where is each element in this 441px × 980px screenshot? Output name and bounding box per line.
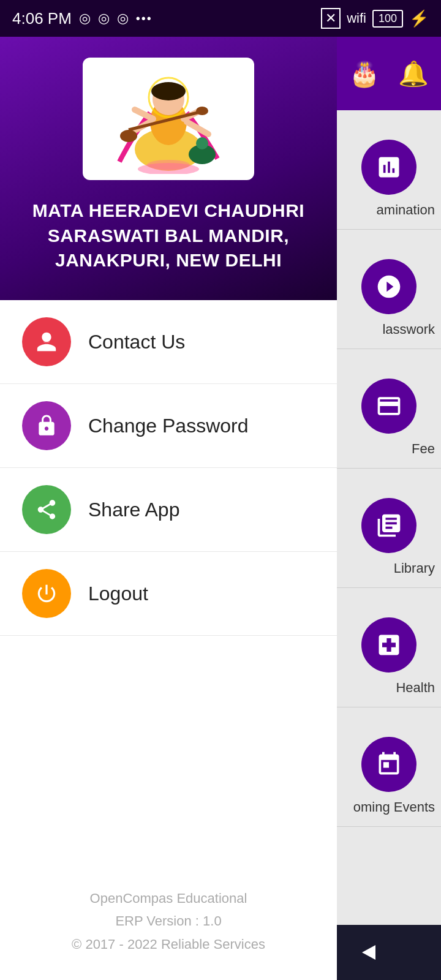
- contact-us-label: Contact Us: [88, 331, 185, 353]
- power-icon: [35, 582, 58, 605]
- footer-line2: ERP Version : 1.0: [12, 910, 325, 932]
- school-name: MATA HEERADEVI CHAUDHRI SARASWATI BAL MA…: [18, 198, 318, 273]
- svg-point-3: [151, 82, 186, 100]
- main-layout: MATA HEERADEVI CHAUDHRI SARASWATI BAL MA…: [0, 37, 441, 980]
- logout-label: Logout: [88, 582, 148, 605]
- library-grid-item[interactable]: Library: [337, 469, 441, 588]
- footer-line3: © 2017 - 2022 Reliable Services: [12, 933, 325, 956]
- signal-icon-2: ◎: [98, 10, 110, 26]
- share-app-item[interactable]: Share App: [0, 468, 337, 552]
- drawer-menu: Contact Us Change Password Share A: [0, 300, 337, 862]
- svg-marker-20: [362, 945, 375, 960]
- calendar-icon: [375, 751, 402, 778]
- svg-point-13: [196, 137, 208, 149]
- logout-item[interactable]: Logout: [0, 552, 337, 636]
- contact-icon: [35, 330, 58, 353]
- status-bar: 4:06 PM ◎ ◎ ◎ ••• ✕ wifi 100 ⚡: [0, 0, 441, 37]
- fee-icon: [375, 393, 402, 420]
- share-icon: [35, 498, 58, 521]
- charging-icon: ⚡: [409, 9, 429, 28]
- footer-line1: OpenCompas Educational: [12, 887, 325, 910]
- health-label: Health: [337, 680, 441, 696]
- status-left: 4:06 PM ◎ ◎ ◎ •••: [12, 9, 153, 28]
- fee-circle: [361, 379, 417, 434]
- svg-point-9: [120, 130, 137, 142]
- drawer-footer: OpenCompas Educational ERP Version : 1.0…: [0, 862, 337, 980]
- main-panel: 🎂 🔔 amination las: [337, 37, 441, 980]
- classwork-circle: [361, 259, 417, 314]
- signal-icon-1: ◎: [79, 10, 91, 26]
- library-circle: [361, 498, 417, 553]
- examination-label: amination: [337, 202, 441, 218]
- more-icon: •••: [136, 12, 153, 26]
- classwork-icon: [375, 273, 402, 300]
- saraswati-illustration: [95, 64, 242, 174]
- notification-icon[interactable]: 🔔: [398, 59, 429, 88]
- svg-point-11: [196, 107, 208, 115]
- library-icon: [375, 512, 402, 539]
- fee-grid-item[interactable]: Fee: [337, 349, 441, 469]
- signal-icon-3: ◎: [117, 10, 129, 26]
- status-right: ✕ wifi 100 ⚡: [321, 8, 429, 29]
- fee-label: Fee: [337, 441, 441, 457]
- school-logo: [83, 58, 254, 180]
- svg-rect-16: [43, 335, 50, 343]
- lock-icon: [35, 414, 58, 437]
- health-grid-item[interactable]: Health: [337, 588, 441, 707]
- classwork-label: lasswork: [337, 322, 441, 337]
- svg-point-15: [147, 160, 190, 170]
- back-button[interactable]: [357, 941, 379, 963]
- logout-icon-circle: [22, 569, 71, 618]
- share-icon-circle: [22, 485, 71, 534]
- drawer-panel: MATA HEERADEVI CHAUDHRI SARASWATI BAL MA…: [0, 37, 337, 980]
- right-header: 🎂 🔔: [337, 37, 441, 110]
- classwork-grid-item[interactable]: lasswork: [337, 230, 441, 349]
- contact-icon-circle: [22, 317, 71, 366]
- examination-circle: [361, 140, 417, 195]
- drawer-header: MATA HEERADEVI CHAUDHRI SARASWATI BAL MA…: [0, 37, 337, 300]
- change-password-label: Change Password: [88, 415, 248, 437]
- change-password-item[interactable]: Change Password: [0, 384, 337, 468]
- library-label: Library: [337, 560, 441, 576]
- contact-us-item[interactable]: Contact Us: [0, 300, 337, 384]
- coming-events-grid-item[interactable]: oming Events: [337, 707, 441, 827]
- health-icon: [375, 631, 402, 658]
- password-icon-circle: [22, 401, 71, 450]
- close-icon: ✕: [321, 8, 341, 29]
- examination-grid-item[interactable]: amination: [337, 110, 441, 230]
- birthday-icon[interactable]: 🎂: [349, 59, 380, 88]
- coming-events-circle: [361, 737, 417, 792]
- back-icon: [357, 941, 379, 963]
- wifi-icon: wifi: [347, 10, 366, 26]
- right-grid: amination lasswork Fee: [337, 110, 441, 827]
- coming-events-label: oming Events: [337, 799, 441, 815]
- health-circle: [361, 617, 417, 673]
- svg-line-7: [135, 110, 153, 119]
- chart-icon: [375, 154, 402, 181]
- share-app-label: Share App: [88, 499, 179, 521]
- time-display: 4:06 PM: [12, 9, 72, 28]
- battery-icon: 100: [372, 10, 403, 28]
